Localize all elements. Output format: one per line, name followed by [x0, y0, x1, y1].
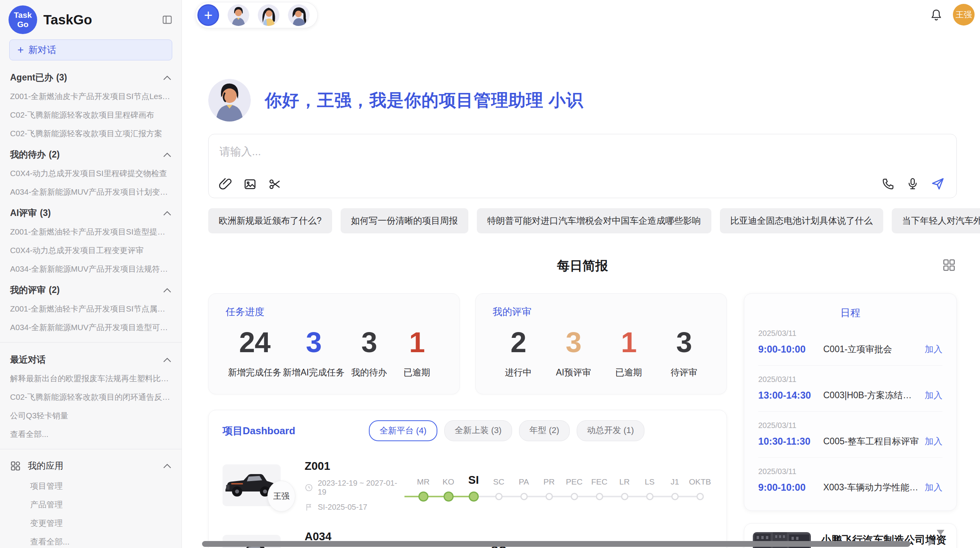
- layout-grid-icon[interactable]: [942, 258, 956, 272]
- milestone-label: FEC: [587, 469, 612, 486]
- sidebar-task-item[interactable]: Z001-全新燃油轻卡产品开发项目SI造型提交物评审: [0, 223, 182, 241]
- section-count: (3): [56, 72, 67, 83]
- recent-conversation-item[interactable]: C02-飞腾新能源轻客改款项目的闭环通告反馈情况: [0, 388, 182, 406]
- schedule-join-link[interactable]: 加入: [925, 481, 942, 493]
- project-image-wrap: 王强: [223, 464, 281, 507]
- section-header[interactable]: 我的评审(2): [0, 278, 182, 300]
- sidebar-task-item[interactable]: A034-全新新能源MUV产品开发项目法规符合性评审: [0, 260, 182, 278]
- chevron-up-icon[interactable]: [163, 75, 171, 80]
- schedule-join-link[interactable]: 加入: [925, 343, 942, 355]
- recent-conversation-item[interactable]: 解释最新出台的欧盟报废车法规再生塑料比例被调至15%...: [0, 369, 182, 388]
- microphone-icon[interactable]: [906, 177, 919, 190]
- section-header[interactable]: 我的待办(2): [0, 143, 182, 164]
- dashboard-filter-chip[interactable]: 全新平台 (4): [369, 420, 437, 441]
- attachment-icon[interactable]: [219, 178, 232, 191]
- sidebar-task-item[interactable]: C02-飞腾新能源轻客改款项目里程碑画布: [0, 106, 182, 124]
- briefing-content: 任务进度24新增完成任务3新增AI完成任务3我的待办1已逾期我的评审2进行中3A…: [208, 293, 957, 548]
- sidebar: Task Go TaskGo + 新对话 Agent已办(3)Z001-全新燃油…: [0, 0, 182, 548]
- agent-avatar-2[interactable]: [258, 4, 279, 26]
- agent-avatar-1[interactable]: [228, 4, 249, 26]
- phone-icon[interactable]: [881, 177, 894, 190]
- stat-cell: 2进行中: [495, 326, 541, 378]
- sidebar-item-my-apps[interactable]: 我的应用: [0, 455, 182, 477]
- message-input[interactable]: [209, 134, 956, 170]
- greeting-text: 你好，王强，我是你的项目管理助理 小识: [265, 89, 583, 112]
- sidebar-task-item[interactable]: A034-全新新能源MUV产品开发项目计划变更表编写: [0, 183, 182, 201]
- sidebar-task-item[interactable]: Z001-全新燃油轻卡产品开发项目SI节点属性5D文件评审: [0, 300, 182, 318]
- my-apps-sub-item[interactable]: 变更管理: [0, 514, 182, 533]
- schedule-items: 2025/03/119:00-10:00C001-立项审批会加入2025/03/…: [758, 320, 942, 503]
- dashboard-filter-chip[interactable]: 全新上装 (3): [444, 420, 512, 441]
- suggestion-chip[interactable]: 比亚迪全固态电池计划具体说了什么: [720, 208, 883, 233]
- topbar-right: 王强: [930, 4, 975, 26]
- schedule-time: 9:00-10:00: [758, 482, 823, 493]
- milestone: SI: [461, 469, 486, 503]
- main-area: +: [182, 0, 980, 548]
- suggestion-chip[interactable]: 当下年轻人对汽车外观有怎样的喜好趋势: [892, 208, 980, 233]
- sidebar-task-item[interactable]: C0X4-动力总成开发项目SI里程碑提交物检查: [0, 164, 182, 183]
- chevron-up-icon[interactable]: [163, 357, 171, 363]
- schedule-join-link[interactable]: 加入: [925, 435, 942, 447]
- scissors-icon[interactable]: [268, 178, 281, 191]
- user-avatar[interactable]: 王强: [953, 4, 975, 26]
- chevron-up-icon[interactable]: [163, 152, 171, 158]
- recent-view-all[interactable]: 查看全部...: [0, 425, 182, 444]
- my-apps-sub-item[interactable]: 项目管理: [0, 477, 182, 495]
- dashboard-filters: 全新平台 (4)全新上装 (3)年型 (2)动总开发 (1): [369, 420, 644, 441]
- recent-conversation-item[interactable]: 公司Q3轻卡销量: [0, 406, 182, 425]
- stat-value: 2: [495, 326, 541, 359]
- milestone-dot-row: [687, 490, 713, 503]
- project-info: Z0012023-12-19 ~ 2027-01-19SI-2025-05-17: [305, 460, 401, 512]
- chevron-up-icon[interactable]: [163, 288, 171, 293]
- dashboard-filter-chip[interactable]: 动总开发 (1): [577, 420, 644, 441]
- horizontal-scrollbar[interactable]: [202, 541, 910, 547]
- suggestion-chip[interactable]: 特朗普可能对进口汽车增税会对中国车企造成哪些影响: [477, 208, 711, 233]
- milestone-dot: [671, 493, 678, 500]
- recent-section-header[interactable]: 最近对话: [0, 348, 182, 369]
- notification-bell-icon[interactable]: [930, 8, 943, 21]
- milestone: OKTB: [687, 469, 713, 503]
- milestone: LS: [637, 469, 662, 503]
- add-agent-button[interactable]: +: [197, 4, 219, 26]
- schedule-title: 日程: [758, 306, 942, 320]
- new-chat-button[interactable]: + 新对话: [9, 39, 172, 60]
- send-icon[interactable]: [931, 177, 945, 191]
- stat-label: 待评审: [661, 366, 707, 378]
- dashboard-title: 项目Dashboard: [223, 424, 295, 438]
- dashboard-filter-chip[interactable]: 年型 (2): [519, 420, 570, 441]
- sidebar-task-item[interactable]: C02-飞腾新能源轻客改款项目立项汇报方案: [0, 124, 182, 143]
- sidebar-task-item[interactable]: Z001-全新燃油皮卡产品开发项目SI节点Lesson Learn报告: [0, 87, 182, 106]
- stat-label: 我的待办: [346, 366, 392, 378]
- chevron-up-icon[interactable]: [163, 463, 171, 469]
- scroll-down-arrow[interactable]: [937, 530, 944, 535]
- sidebar-collapse-icon[interactable]: [161, 14, 173, 25]
- milestone-dot: [418, 491, 428, 502]
- chevron-up-icon[interactable]: [163, 211, 171, 216]
- project-row[interactable]: 王强Z0012023-12-19 ~ 2027-01-19SI-2025-05-…: [223, 460, 713, 512]
- scroll-right-arrow[interactable]: [929, 538, 934, 546]
- sidebar-task-item[interactable]: A034-全新新能源MUV产品开发项目造型可行性评审: [0, 318, 182, 337]
- new-chat-label: 新对话: [28, 44, 56, 56]
- sidebar-task-item[interactable]: C0X4-动力总成开发项目工程变更评审: [0, 241, 182, 260]
- milestone-label: LR: [612, 469, 637, 486]
- project-flag: SI-2025-05-17: [305, 503, 401, 512]
- section-header[interactable]: Agent已办(3): [0, 66, 182, 87]
- section-count: (3): [40, 208, 51, 218]
- my-apps-sub-item[interactable]: 产品管理: [0, 495, 182, 514]
- briefing-right-column: 日程 2025/03/119:00-10:00C001-立项审批会加入2025/…: [744, 293, 957, 548]
- suggestion-chip[interactable]: 欧洲新规最近颁布了什么?: [208, 208, 332, 233]
- milestone: MR: [411, 469, 436, 503]
- schedule-join-link[interactable]: 加入: [925, 389, 942, 401]
- schedule-row: 13:00-14:30C003|H0B-方案冻结评审加入: [758, 389, 942, 401]
- stat-value: 1: [394, 326, 440, 359]
- agent-avatar-3[interactable]: [288, 4, 310, 26]
- stat-cell: 3新增AI完成任务: [283, 326, 344, 378]
- suggestion-chip[interactable]: 如何写一份清晰的项目周报: [341, 208, 468, 233]
- section-header[interactable]: AI评审(3): [0, 201, 182, 223]
- stat-grid: 2进行中3AI预评审1已逾期3待评审: [493, 326, 709, 378]
- apps-view-all[interactable]: 查看全部...: [0, 533, 182, 548]
- schedule-date: 2025/03/11: [758, 467, 942, 476]
- image-icon[interactable]: [243, 178, 257, 191]
- logo-text-top: Task: [14, 10, 32, 20]
- schedule-date: 2025/03/11: [758, 421, 942, 430]
